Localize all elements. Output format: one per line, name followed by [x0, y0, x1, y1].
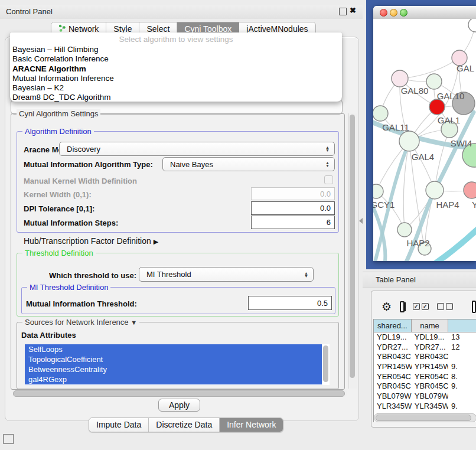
table-hscrollbar-thumb[interactable] — [376, 415, 471, 421]
list-scrollbar-track[interactable] — [322, 344, 330, 385]
apply-button[interactable]: Apply — [158, 399, 200, 412]
settings-hscrollbar-thumb[interactable] — [13, 390, 345, 397]
split-pane-collapse-icon[interactable] — [359, 218, 363, 224]
table-row[interactable]: YER054CYER054C8. — [374, 372, 476, 382]
control-panel-titlebar — [0, 5, 363, 19]
list-scrollbar-thumb[interactable] — [323, 345, 328, 382]
data-attributes-list[interactable]: SelfLoops TopologicalCoefficient Between… — [25, 344, 322, 385]
table-cell: YER054C — [412, 372, 448, 382]
which-threshold-combobox[interactable]: MI Threshold ▲▼ — [139, 267, 314, 282]
table-cell: YBR045C — [374, 381, 412, 392]
table-row[interactable]: YBL079WYBL079W — [374, 392, 476, 402]
close-icon[interactable]: ✖ — [350, 6, 356, 15]
table-row[interactable]: YBR045CYBR045C9. — [374, 381, 476, 392]
mi-threshold-field[interactable] — [248, 296, 332, 310]
list-item[interactable]: BetweennessCentrality — [25, 364, 322, 374]
stepper-icon: ▲▼ — [325, 161, 330, 167]
dropdown-option[interactable]: Bayesian – K2 — [10, 83, 342, 93]
mi-type-combobox[interactable]: Naive Bayes ▲▼ — [162, 157, 335, 171]
network-graph: GALGAL80GAL10GAL1GAL11GAL4SWI4GCY1HAP4YH… — [373, 19, 476, 261]
network-node-GAL10[interactable] — [426, 74, 442, 89]
network-node-label: HAP2 — [406, 238, 429, 248]
zoom-traffic-light[interactable] — [400, 9, 407, 17]
network-node-HAP2[interactable] — [397, 223, 412, 237]
table-row[interactable]: YPR145WYPR145W9. — [374, 362, 476, 372]
dropdown-placeholder: Select algorithm to view settings — [10, 34, 342, 45]
network-node-unlabeled[interactable] — [468, 19, 476, 32]
network-window-titlebar[interactable] — [373, 6, 476, 19]
list-item[interactable]: TopologicalCoefficient — [25, 354, 322, 364]
gear-icon[interactable]: ⚙ — [382, 301, 392, 312]
list-item[interactable]: SelfLoops — [25, 344, 322, 354]
table-row[interactable]: YDR27...YDR27...12 — [374, 343, 476, 353]
network-node-label: GAL11 — [382, 122, 409, 132]
table-cell: YDR27... — [374, 343, 412, 353]
network-node-GCY1[interactable] — [373, 184, 383, 198]
dropdown-option-highlighted[interactable]: ARACNE Algorithm — [10, 64, 342, 74]
network-node-label: GAL — [457, 63, 474, 73]
stepper-icon: ▲▼ — [325, 146, 330, 152]
algorithm-definition-title: Algorithm Definition — [22, 127, 94, 136]
mini-window-icon[interactable] — [3, 434, 14, 444]
mi-threshold-title: MI Threshold Definition — [27, 283, 110, 292]
table-cell: YLR345W — [374, 402, 412, 412]
sources-title[interactable]: Sources for Network Inference ▼ — [22, 318, 139, 327]
table-cell: YBR043C — [412, 352, 448, 362]
settings-vscrollbar-track[interactable] — [348, 113, 357, 389]
network-node-GAL11[interactable] — [373, 106, 388, 121]
table-cell: YPR145W — [412, 362, 448, 372]
network-node-label: GAL80 — [401, 86, 429, 96]
column-header-shared[interactable]: shared... — [374, 319, 412, 332]
network-edge[interactable] — [435, 129, 449, 190]
checked-boxes-icon[interactable]: ✓✓ — [413, 303, 429, 310]
table-cell: YBL079W — [412, 392, 448, 402]
tab-infer-network[interactable]: Infer Network — [220, 418, 283, 432]
hub-definition-expander[interactable]: Hub/Transcription Factor Definition ▶ — [24, 236, 158, 246]
chevron-down-icon: ▼ — [131, 319, 137, 326]
network-node-GAL1[interactable] — [429, 99, 445, 115]
aracne-mode-combobox[interactable]: Discovery ▲▼ — [59, 142, 335, 156]
network-edge-ribbon[interactable] — [426, 227, 476, 261]
network-node-GAL4[interactable] — [399, 131, 419, 151]
unchecked-boxes-icon[interactable] — [437, 303, 453, 310]
mi-steps-field[interactable] — [251, 216, 335, 229]
column-header-next[interactable] — [448, 319, 476, 332]
table-panel-title: Table Panel — [376, 275, 416, 284]
column-header-name[interactable]: name — [412, 319, 448, 332]
dropdown-option[interactable]: Dream8 DC_TDC Algorithm — [10, 93, 342, 102]
table-cell: 9. — [448, 381, 476, 392]
table-row[interactable]: YLR345WYLR345W9. — [374, 402, 476, 412]
tab-discretize-data[interactable]: Discretize Data — [149, 418, 220, 432]
close-traffic-light[interactable] — [380, 9, 387, 17]
dropdown-option[interactable]: Basic Correlation Inference — [10, 54, 342, 64]
list-item[interactable]: gal4RGexp — [25, 374, 322, 384]
table-cell: YER054C — [374, 372, 412, 382]
dpi-tolerance-field[interactable] — [251, 201, 335, 215]
table-header-row: shared... name — [374, 319, 476, 332]
float-window-icon[interactable] — [339, 8, 347, 15]
columns-icon[interactable] — [400, 301, 405, 312]
file-icon[interactable] — [472, 301, 476, 313]
network-canvas[interactable]: GALGAL80GAL10GAL1GAL11GAL4SWI4GCY1HAP4YH… — [373, 19, 476, 261]
settings-vscrollbar-thumb[interactable] — [350, 115, 355, 378]
network-node-HAP4[interactable] — [426, 181, 444, 199]
dpi-tolerance-label: DPI Tolerance [0,1]: — [24, 204, 94, 213]
cyni-algorithm-settings-title: Cyni Algorithm Settings — [17, 109, 100, 118]
table-cell: YDL19... — [412, 332, 448, 343]
manual-kernel-checkbox[interactable] — [324, 175, 333, 184]
dropdown-option[interactable]: Bayesian – Hill Climbing — [10, 45, 342, 54]
settings-hscrollbar-track[interactable] — [12, 390, 347, 397]
table-row[interactable]: YDL19...YDL19...13 — [374, 332, 476, 343]
dropdown-option[interactable]: Mutual Information Inference — [10, 74, 342, 83]
network-node-label: GCY1 — [373, 200, 395, 210]
application-window: Control Panel ✖ Network Style Select Cyn… — [0, 0, 476, 450]
table-cell: YBR043C — [374, 352, 412, 362]
mi-type-label: Mutual Information Algorithm Type: — [24, 160, 153, 169]
table-hscrollbar-track[interactable] — [374, 413, 476, 422]
network-node-Y[interactable] — [464, 182, 476, 198]
tab-impute-data[interactable]: Impute Data — [89, 418, 149, 432]
network-node-GAL80[interactable] — [392, 70, 408, 87]
minimize-traffic-light[interactable] — [390, 9, 397, 17]
kernel-width-field[interactable] — [251, 187, 335, 200]
table-row[interactable]: YBR043CYBR043C — [374, 352, 476, 362]
